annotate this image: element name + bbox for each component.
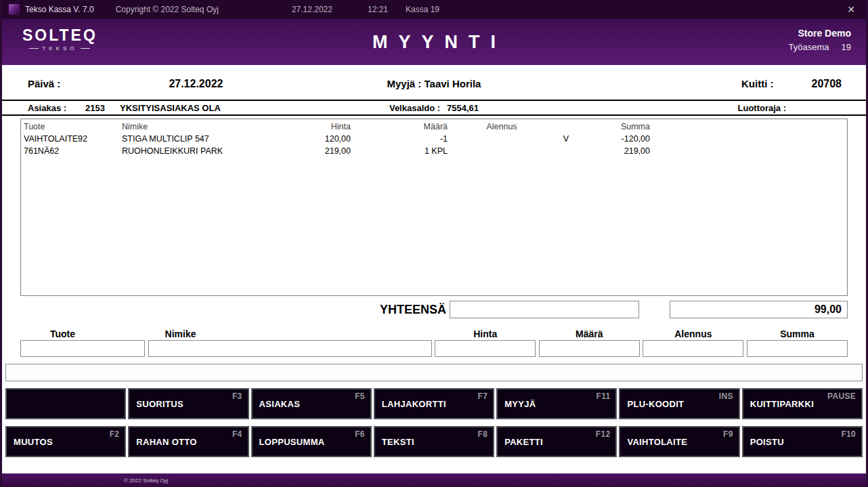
cell-tuote: VAIHTOLAITE92 xyxy=(21,133,119,145)
cell-tuote: 761NÄ62 xyxy=(21,145,119,157)
status-footer: © 2022 Solteq Oyj xyxy=(2,473,866,487)
cell-alennus xyxy=(454,145,549,157)
function-keys-row-1: SUORITUS F3 ASIAKAS F5 LAHJAKORTTI F7 MY… xyxy=(5,388,863,419)
total-entry-input[interactable] xyxy=(450,301,639,318)
sale-date-label: Päivä : xyxy=(28,78,60,89)
cell-filler xyxy=(654,145,847,157)
maara-input[interactable] xyxy=(539,340,640,357)
total-amount-display: 99,00 xyxy=(670,301,848,318)
cell-flag: V xyxy=(549,133,583,145)
cell-flag xyxy=(549,145,583,157)
col-header-nimike: Nimike xyxy=(119,121,302,133)
loppusumma-button[interactable]: LOPPUSUMMA F6 xyxy=(251,426,372,457)
cell-nimike: RUOHONLEIKKURI PARK xyxy=(119,145,302,157)
entry-labels-row: Tuote Nimike Hinta Määrä Alennus Summa xyxy=(20,329,848,339)
app-icon xyxy=(9,4,20,15)
col-header-hinta: Hinta xyxy=(302,121,356,133)
receipt-label: Kuitti : xyxy=(741,78,773,89)
receipt-number: 20708 xyxy=(812,78,842,90)
poistu-button[interactable]: POISTU F10 xyxy=(742,426,863,457)
total-row: YHTEENSÄ 99,00 xyxy=(2,299,848,320)
cell-nimike: STIGA MULTICLIP 547 xyxy=(119,133,302,145)
debt-group: Velkasaldo : 7554,61 xyxy=(389,103,479,113)
items-table-header: Tuote Nimike Hinta Määrä Alennus Summa xyxy=(21,119,847,133)
entry-label-maara: Määrä xyxy=(539,329,640,339)
table-row[interactable]: 761NÄ62 RUOHONLEIKKURI PARK 219,00 1 KPL… xyxy=(21,145,847,157)
items-table: Tuote Nimike Hinta Määrä Alennus Summa V… xyxy=(20,119,848,296)
app-header: SOLTEQ TEKSO MYYNTI Store Demo Työasema … xyxy=(2,19,866,65)
function-keys-row-2: MUUTOS F2 RAHAN OTTO F4 LOPPUSUMMA F6 TE… xyxy=(5,426,863,457)
sale-date-value: 27.12.2022 xyxy=(169,78,223,90)
fkey-label: F5 xyxy=(355,391,365,401)
plu-koodit-button[interactable]: PLU-KOODIT INS xyxy=(619,388,739,419)
cell-alennus xyxy=(454,133,549,145)
entry-inputs-row xyxy=(20,340,848,357)
col-header-maara: Määrä xyxy=(356,121,454,133)
cell-hinta: 120,00 xyxy=(302,133,356,145)
cell-maara: -1 xyxy=(356,133,454,145)
customer-name: YKSITYISASIAKAS OLA xyxy=(120,103,221,113)
col-header-flag xyxy=(549,121,583,133)
cell-hinta: 219,00 xyxy=(302,145,356,157)
credit-limit-group: Luottoraja : xyxy=(738,103,867,113)
close-icon[interactable]: ✕ xyxy=(843,3,859,16)
tuote-input[interactable] xyxy=(20,340,145,357)
teksti-button[interactable]: TEKSTI F8 xyxy=(374,426,494,457)
customer-id: 2153 xyxy=(85,103,105,113)
customer-row: Asiakas : 2153 YKSITYISASIAKAS OLA Velka… xyxy=(2,100,866,116)
muutos-button[interactable]: MUUTOS F2 xyxy=(5,426,126,457)
fkey-label: F8 xyxy=(478,429,488,439)
blank-button[interactable] xyxy=(5,388,126,419)
cell-summa: -120,00 xyxy=(583,133,654,145)
table-row[interactable]: VAIHTOLAITE92 STIGA MULTICLIP 547 120,00… xyxy=(21,133,847,145)
titlebar-time: 12:21 xyxy=(368,5,388,14)
debt-value: 7554,61 xyxy=(447,103,479,113)
fkey-label: F3 xyxy=(232,391,242,401)
scan-input[interactable] xyxy=(5,364,863,381)
app-window: Tekso Kassa V. 7.0 Copyright © 2022 Solt… xyxy=(0,0,868,487)
col-header-filler xyxy=(654,121,847,133)
sale-info-row: Päivä : 27.12.2022 Myyjä : Taavi Horila … xyxy=(2,65,866,100)
col-header-alennus: Alennus xyxy=(454,121,549,133)
hinta-input[interactable] xyxy=(435,340,536,357)
fkey-label: F2 xyxy=(110,429,120,439)
summa-input[interactable] xyxy=(747,340,848,357)
paketti-button[interactable]: PAKETTI F12 xyxy=(496,426,617,457)
entry-label-tuote: Tuote xyxy=(20,329,145,339)
alennus-input[interactable] xyxy=(643,340,743,357)
title-bar: Tekso Kassa V. 7.0 Copyright © 2022 Solt… xyxy=(2,0,866,19)
credit-limit-label: Luottoraja : xyxy=(738,103,787,113)
rahan-otto-button[interactable]: RAHAN OTTO F4 xyxy=(128,426,248,457)
page-title: MYYNTI xyxy=(2,32,866,53)
entry-label-hinta: Hinta xyxy=(435,329,536,339)
lahjakortti-button[interactable]: LAHJAKORTTI F7 xyxy=(374,388,494,419)
fkey-label: F11 xyxy=(596,391,611,401)
sale-date-group: Päivä : 27.12.2022 xyxy=(2,78,387,90)
titlebar-register: Kassa 19 xyxy=(406,5,439,14)
receipt-group: Kuitti : 20708 xyxy=(741,78,866,90)
footer-copyright: © 2022 Solteq Oyj xyxy=(124,478,168,484)
fkey-label: F9 xyxy=(723,429,733,439)
kuittiparkki-button[interactable]: KUITTIPARKKI PAUSE xyxy=(742,388,863,419)
app-title: Tekso Kassa V. 7.0 xyxy=(25,5,94,14)
cell-summa: 219,00 xyxy=(583,145,654,157)
fkey-label: F6 xyxy=(355,429,365,439)
myyja-button[interactable]: MYYJÄ F11 xyxy=(496,388,617,419)
customer-group: Asiakas : 2153 YKSITYISASIAKAS OLA xyxy=(2,103,389,113)
fkey-label: F4 xyxy=(232,429,242,439)
suoritus-button[interactable]: SUORITUS F3 xyxy=(128,388,248,419)
asiakas-button[interactable]: ASIAKAS F5 xyxy=(251,388,372,419)
nimike-input[interactable] xyxy=(148,340,432,357)
store-info: Store Demo Työasema 19 xyxy=(789,28,851,52)
entry-label-nimike: Nimike xyxy=(148,329,432,339)
fkey-label: INS xyxy=(719,391,733,401)
vaihtolaite-button[interactable]: VAIHTOLAITE F9 xyxy=(619,426,739,457)
titlebar-copyright: Copyright © 2022 Solteq Oyj xyxy=(116,5,219,14)
workstation-row: Työasema 19 xyxy=(789,42,851,52)
workstation-label: Työasema xyxy=(789,42,829,52)
customer-label: Asiakas : xyxy=(28,103,66,113)
debt-label: Velkasaldo : xyxy=(389,103,440,113)
col-header-tuote: Tuote xyxy=(21,121,119,133)
entry-label-alennus: Alennus xyxy=(643,329,743,339)
fkey-label: F10 xyxy=(841,429,856,439)
